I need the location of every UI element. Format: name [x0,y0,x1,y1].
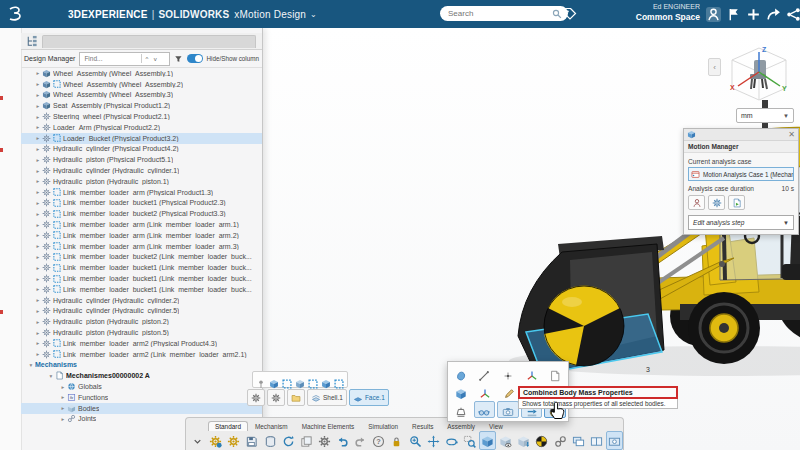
center-of-mass-button[interactable] [533,431,550,450]
expand-arrow-icon[interactable]: ▸ [34,340,42,346]
simulation-gear-button[interactable] [708,195,725,210]
gear-chip[interactable] [267,389,285,406]
tree-item[interactable]: ▸Wheel_Assembly (Wheel_Assembly.3) [21,90,262,101]
select-body-button[interactable] [450,365,472,382]
tree-item[interactable]: ▸Hydraulic_piston (Hydraulic_piston.5) [21,327,262,338]
expand-arrow-icon[interactable]: ▸ [34,103,42,109]
expand-arrow-icon[interactable]: ▸ [34,265,42,271]
tree-item[interactable]: ▸Link_member_loader_arm (Link_member_loa… [21,219,262,230]
tree-item[interactable]: ▸Link_member_loader_arm2 (Link_member_lo… [21,349,262,360]
show-hide-button[interactable] [497,431,514,450]
zoom-window-button[interactable] [461,431,478,450]
expand-arrow-icon[interactable]: ▸ [34,297,42,303]
panel-tab[interactable] [42,35,256,48]
case-report-button[interactable] [728,195,745,210]
export-database-button[interactable] [262,431,279,450]
tree-item[interactable]: ▾Mechanisms [21,360,262,371]
expand-arrow-icon[interactable]: ▸ [34,135,42,141]
body-b-icon[interactable] [295,375,305,385]
triad-collapse-button[interactable]: ‹ [708,58,721,76]
search-icon[interactable] [552,9,562,19]
tab-assembly[interactable]: Assembly [440,421,482,431]
expand-arrow-icon[interactable]: ▸ [34,319,42,325]
view-triad[interactable]: Z X Y [724,44,794,106]
rotate-view-button[interactable] [443,431,460,450]
axis-system-button[interactable] [521,365,543,382]
expand-arrow-icon[interactable]: ▸ [34,276,42,282]
user-icon[interactable] [706,7,721,22]
tree-item[interactable]: ▸Link_member_loader_arm (Physical Produc… [21,187,262,198]
filter-icon[interactable] [174,54,183,64]
tree-item[interactable]: ▸Hydraulic_piston (Physical Product5.1) [21,154,262,165]
body-a-icon[interactable] [269,375,279,385]
tree-item[interactable]: ▸Seat_Assembly (Physical Product1.2) [21,100,262,111]
share-icon[interactable] [766,7,781,22]
find-prev-next-buttons[interactable]: ^ v [145,56,158,62]
tree-item[interactable]: ▸Hydraulic_piston (Hydraulic_piston.2) [21,316,262,327]
edit-analysis-step-dropdown[interactable]: Edit analysis step ▼ [688,215,794,230]
expand-arrow-icon[interactable]: ▸ [34,124,42,130]
tree-item[interactable]: ▸Globals [21,381,262,392]
tree-item[interactable]: ▸Wheel_Assembly (Wheel_Assembly.2) [21,79,262,90]
motion-manager-titlebar[interactable]: ✕ [684,129,798,141]
sel-box-icon[interactable] [308,375,318,385]
copy-layers-button[interactable] [298,431,315,450]
expand-arrow-icon[interactable]: ▸ [59,416,67,422]
expand-arrow-icon[interactable]: ▸ [34,168,42,174]
tree-item[interactable]: ▸Loader_Bucket (Physical Product3.2) [21,133,262,144]
expand-arrow-icon[interactable]: ▸ [34,200,42,206]
expand-arrow-icon[interactable]: ▸ [34,254,42,260]
iso-view-button[interactable] [479,431,496,450]
pan-button[interactable] [425,431,442,450]
global-search[interactable] [440,6,568,21]
close-icon[interactable]: ✕ [788,131,795,139]
app-title[interactable]: 3DEXPERIENCE | SOLIDWORKS xMotion Design… [68,0,317,28]
user-info[interactable]: Ed ENGINEER Common Space [592,3,700,22]
lock-rotate-button[interactable] [388,431,405,450]
gear-chip[interactable] [247,389,265,406]
tab-view[interactable]: View [482,421,510,431]
tree-item[interactable]: ▾Mechanismes00000002 A [21,370,262,381]
expand-arrow-icon[interactable]: ▸ [34,146,42,152]
help-circle-button[interactable]: ? [370,431,387,450]
zoom-in-button[interactable] [407,431,424,450]
expand-arrow-icon[interactable]: ▸ [34,330,42,336]
tree-item[interactable]: ▸Link_member_loader_arm (Link_member_loa… [21,230,262,241]
screen-capture-button[interactable] [606,431,623,450]
expand-arrow-icon[interactable]: ▸ [34,232,42,238]
cube-down-button[interactable] [515,431,532,450]
measure-line-button[interactable] [474,365,496,382]
link-button[interactable] [552,431,569,450]
expand-arrow-icon[interactable]: ▾ [47,373,55,379]
tree-item[interactable]: ▸Link_member_loader_bucket2 (Link_member… [21,252,262,263]
analysis-case-item[interactable]: Motion Analysis Case 1 (Mechanismus000 [688,167,794,181]
search-input[interactable] [446,8,552,19]
redo-button[interactable] [352,431,369,450]
glasses-inspect-button[interactable] [474,401,496,418]
probe-hand-button[interactable] [688,195,705,210]
mass-scale-button[interactable] [450,401,472,418]
expand-arrow-icon[interactable]: ▸ [34,70,42,76]
expand-arrow-icon[interactable]: ▸ [34,351,42,357]
tag-icon[interactable] [563,7,577,21]
app-switcher-caret[interactable]: ⌄ [310,10,317,19]
tab-simulation[interactable]: Simulation [361,421,405,431]
tree-item[interactable]: ▸fxFunctions [21,392,262,403]
tree-view-icon[interactable] [25,35,38,48]
expand-arrow-icon[interactable]: ▸ [34,157,42,163]
sel-box-icon[interactable] [282,375,292,385]
split-view-button[interactable] [588,431,605,450]
tree-item[interactable]: ▸Hydraulic_cylinder (Physical Product4.2… [21,144,262,155]
shell-1-chip[interactable]: Shell.1 [307,389,347,406]
tree-item[interactable]: ▸Link_member_loader_arm (Link_member_loa… [21,241,262,252]
hide-show-toggle[interactable] [187,54,203,63]
tree-item[interactable]: ▸Link_member_loader_bucket1 (Physical Pr… [21,198,262,209]
expand-arrow-icon[interactable]: ▸ [59,394,67,400]
expand-arrow-icon[interactable]: ▸ [34,81,42,87]
tree-item[interactable]: ▸Bodies [21,403,262,414]
expand-arrow-icon[interactable]: ▸ [59,405,67,411]
add-icon[interactable] [746,7,761,22]
settings-gear-button[interactable] [225,431,242,450]
drawing-sheet-button[interactable] [544,365,566,382]
triad-axis-button[interactable] [474,383,496,400]
